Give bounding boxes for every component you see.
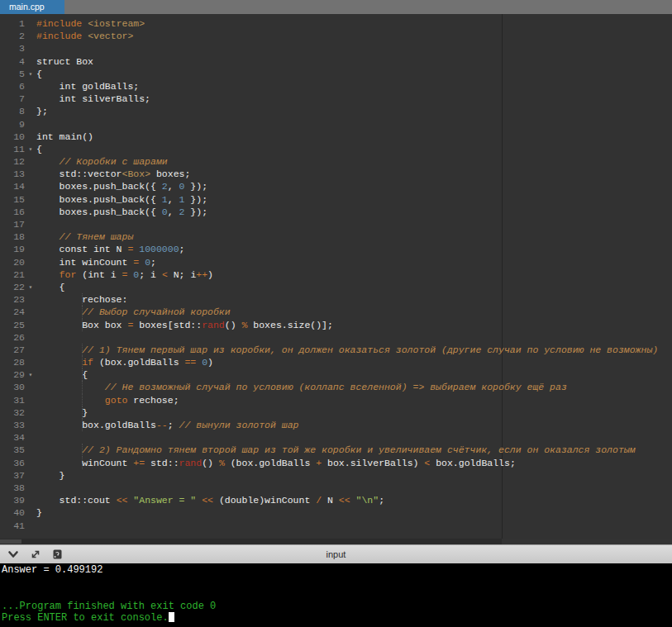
- code-line[interactable]: 15 boxes.push_back({ 1, 1 });: [0, 193, 672, 206]
- code-text: };: [36, 105, 48, 117]
- fold-arrow-icon[interactable]: ▾: [25, 368, 36, 381]
- code-line[interactable]: 35 // 2) Рандомно тянем второй шар из то…: [0, 444, 672, 456]
- fold-gutter-spacer: [25, 93, 36, 105]
- code-line[interactable]: 1#include <iostream>: [0, 17, 672, 30]
- indent-guide: [82, 293, 83, 306]
- code-text: int goldBalls;: [36, 80, 139, 93]
- code-line[interactable]: 26: [0, 331, 672, 344]
- fold-arrow-icon[interactable]: ▾: [25, 68, 36, 80]
- code-line[interactable]: 36 winCount += std::rand() % (box.goldBa…: [0, 457, 672, 469]
- code-line[interactable]: 30 // Не возможный случай по условию (ко…: [0, 381, 672, 393]
- indent-guide: [82, 457, 83, 469]
- fold-gutter-spacer: [25, 218, 36, 230]
- code-line[interactable]: 3: [0, 42, 672, 55]
- code-line[interactable]: 10int main(): [0, 131, 672, 143]
- code-line[interactable]: 13 std::vector<Box> boxes;: [0, 168, 672, 180]
- code-line[interactable]: 18 // Тянем шары: [0, 230, 672, 243]
- fold-gutter-spacer: [25, 80, 36, 93]
- code-line[interactable]: 8};: [0, 105, 672, 117]
- code-line[interactable]: 16 boxes.push_back({ 0, 2 });: [0, 206, 672, 218]
- tab-main-cpp[interactable]: main.cpp: [0, 0, 64, 14]
- terminal-cursor: [169, 612, 174, 622]
- fold-arrow-icon[interactable]: ▾: [25, 281, 36, 293]
- fold-gutter-spacer: [25, 356, 36, 368]
- code-text: struct Box: [36, 55, 93, 68]
- fold-gutter-spacer: [25, 256, 36, 268]
- code-line[interactable]: 32 }: [0, 406, 672, 419]
- fold-arrow-icon[interactable]: ▾: [25, 143, 36, 155]
- fold-gutter-spacer: [25, 180, 36, 192]
- code-text: if (box.goldBalls == 0): [36, 356, 213, 368]
- code-line[interactable]: 28 if (box.goldBalls == 0): [0, 356, 672, 368]
- code-line[interactable]: 25 Box box = boxes[std::rand() % boxes.s…: [0, 319, 672, 331]
- code-line[interactable]: 23 rechose:: [0, 293, 672, 306]
- code-text: #include <iostream>: [36, 17, 145, 30]
- editor-horizontal-scrollbar[interactable]: [0, 539, 672, 544]
- code-line[interactable]: 29▾ {: [0, 368, 672, 381]
- line-number: 37: [0, 469, 25, 482]
- code-line[interactable]: 12 // Коробки с шарами: [0, 155, 672, 168]
- code-text: }: [36, 406, 88, 419]
- code-line[interactable]: 6 int goldBalls;: [0, 80, 672, 93]
- console-output[interactable]: Answer = 0.499192...Program finished wit…: [0, 563, 672, 627]
- line-number: 8: [0, 105, 25, 117]
- code-line[interactable]: 34: [0, 431, 672, 444]
- indent-guide: [82, 344, 83, 356]
- console-line: [2, 588, 670, 601]
- code-text: int main(): [36, 131, 93, 143]
- code-line[interactable]: 7 int silverBalls;: [0, 93, 672, 105]
- fold-gutter-spacer: [25, 394, 36, 406]
- code-editor[interactable]: 1#include <iostream>2#include <vector>34…: [0, 14, 672, 539]
- code-text: {: [36, 68, 42, 80]
- code-line[interactable]: 31 goto rechose;: [0, 394, 672, 406]
- code-line[interactable]: 22▾ {: [0, 281, 672, 293]
- code-line[interactable]: 37 }: [0, 469, 672, 482]
- line-number: 11: [0, 143, 25, 155]
- console-input-bar[interactable]: input: [0, 544, 672, 563]
- code-text: {: [36, 281, 65, 293]
- fold-gutter-spacer: [25, 381, 36, 393]
- code-line[interactable]: 33 box.goldBalls--; // вынули золотой ша…: [0, 419, 672, 431]
- fold-gutter-spacer: [25, 17, 36, 30]
- code-line[interactable]: 21 for (int i = 0; i < N; i++): [0, 268, 672, 281]
- console-line: Press ENTER to exit console.: [2, 612, 670, 625]
- code-line[interactable]: 27 // 1) Тянем первый шар из коробки, он…: [0, 344, 672, 356]
- code-line[interactable]: 14 boxes.push_back({ 2, 0 });: [0, 180, 672, 192]
- line-number: 5: [0, 68, 25, 80]
- code-line[interactable]: 24 // Выбор случайной коробки: [0, 306, 672, 318]
- fold-gutter-spacer: [25, 331, 36, 344]
- fold-gutter-spacer: [25, 131, 36, 143]
- code-text: boxes.push_back({ 0, 2 });: [36, 206, 207, 218]
- code-line[interactable]: 4struct Box: [0, 55, 672, 68]
- code-line[interactable]: 2#include <vector>: [0, 30, 672, 42]
- line-number: 7: [0, 93, 25, 105]
- code-text: {: [36, 368, 88, 381]
- code-line[interactable]: 19 const int N = 1000000;: [0, 243, 672, 255]
- code-text: }: [36, 506, 42, 519]
- code-line[interactable]: 9: [0, 118, 672, 131]
- code-line[interactable]: 5▾{: [0, 68, 672, 80]
- line-number: 34: [0, 431, 25, 444]
- scrollbar-thumb[interactable]: [0, 539, 21, 544]
- line-number: 21: [0, 268, 25, 281]
- line-number: 10: [0, 131, 25, 143]
- code-line[interactable]: 17: [0, 218, 672, 230]
- scrollbar-track-end: [502, 539, 672, 544]
- code-line[interactable]: 20 int winCount = 0;: [0, 256, 672, 268]
- line-number: 9: [0, 118, 25, 131]
- indent-guide: [82, 319, 83, 331]
- fold-gutter-spacer: [25, 520, 36, 532]
- code-line[interactable]: 11▾{: [0, 143, 672, 155]
- line-number: 18: [0, 230, 25, 243]
- code-text: std::vector<Box> boxes;: [36, 168, 190, 180]
- code-line[interactable]: 40}: [0, 506, 672, 519]
- code-line[interactable]: 39 std::cout << "Answer = " << (double)w…: [0, 494, 672, 506]
- line-number: 27: [0, 344, 25, 356]
- code-line[interactable]: 41: [0, 520, 672, 532]
- console-line: ...Program finished with exit code 0: [2, 601, 670, 613]
- fold-gutter-spacer: [25, 230, 36, 243]
- code-text: box.goldBalls--; // вынули золотой шар: [36, 419, 299, 431]
- fold-gutter-spacer: [25, 193, 36, 206]
- code-text: // Тянем шары: [36, 230, 133, 243]
- code-line[interactable]: 38: [0, 482, 672, 494]
